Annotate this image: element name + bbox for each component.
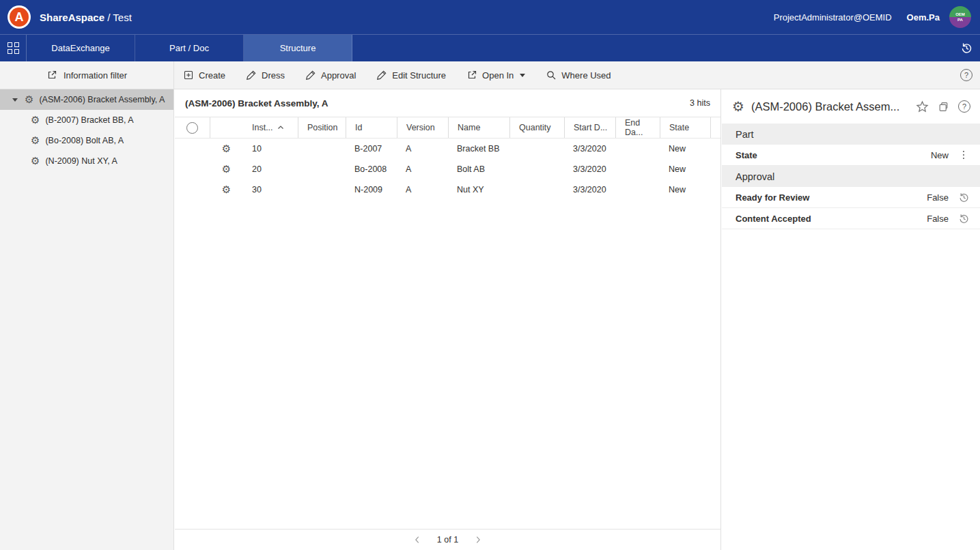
- breadcrumb-context: Test: [113, 12, 132, 23]
- part-gear-icon: ⚙: [25, 95, 33, 105]
- button-label: Edit Structure: [392, 70, 446, 81]
- dress-button[interactable]: Dress: [246, 70, 285, 81]
- column-header-quantity[interactable]: Quantity: [509, 117, 564, 138]
- tree-item-label: (B-2007) Bracket BB, A: [45, 115, 133, 125]
- expand-collapse-icon[interactable]: [12, 98, 18, 102]
- details-panel: ⚙ (ASM-2006) Bracket Assem... ? Part Sta…: [722, 89, 980, 550]
- open-in-button[interactable]: Open In: [466, 70, 525, 81]
- cell-state: New: [660, 139, 711, 159]
- tab-label: Structure: [280, 43, 316, 53]
- tree-item-asm-2006[interactable]: ⚙ (ASM-2006) Bracket Assembly, A: [0, 89, 173, 110]
- page-indicator: 1 of 1: [437, 535, 458, 545]
- brand-name: ShareAspace: [40, 12, 104, 23]
- property-row-state: State New: [722, 145, 980, 166]
- part-gear-icon: ⚙: [732, 100, 744, 113]
- logo-letter: A: [10, 8, 29, 27]
- property-row-ready-for-review: Ready for Review False: [722, 187, 980, 208]
- create-button[interactable]: Create: [183, 70, 225, 81]
- column-label: Position: [307, 123, 337, 132]
- vertical-dots-icon: [963, 151, 965, 160]
- column-header-end-date[interactable]: End Da...: [615, 117, 660, 138]
- tab-structure[interactable]: Structure: [244, 35, 352, 61]
- where-used-button[interactable]: Where Used: [546, 70, 611, 81]
- column-icon: [210, 117, 243, 138]
- select-all-radio[interactable]: [186, 122, 198, 134]
- copy-icon[interactable]: [938, 101, 949, 113]
- section-header-approval: Approval: [722, 166, 980, 187]
- cell-instance: 10: [243, 139, 298, 159]
- tab-part-doc[interactable]: Part / Doc: [135, 35, 244, 61]
- property-value: New: [931, 150, 949, 160]
- cell-version: A: [397, 159, 448, 179]
- search-icon: [546, 70, 557, 81]
- column-header-state[interactable]: State: [660, 117, 711, 138]
- property-value: False: [927, 214, 949, 224]
- part-gear-icon: ⚙: [31, 115, 40, 126]
- top-bar: A ShareAspace / Test ProjectAdministrato…: [0, 0, 980, 34]
- column-label: Quantity: [519, 123, 551, 132]
- property-value: False: [927, 192, 949, 203]
- open-filter-icon: [46, 70, 57, 81]
- cell-end-date: [615, 159, 660, 179]
- column-header-id[interactable]: Id: [346, 117, 397, 138]
- open-in-icon: [466, 70, 477, 81]
- tree-item-b-2007[interactable]: ⚙ (B-2007) Bracket BB, A: [0, 110, 173, 130]
- user-account-label: ProjectAdministrator@OEMID: [774, 12, 892, 23]
- breadcrumb[interactable]: ShareAspace / Test: [40, 12, 132, 23]
- cell-version: A: [397, 139, 448, 159]
- information-filter-button[interactable]: Information filter: [0, 61, 174, 89]
- history-refresh-button[interactable]: [960, 42, 973, 55]
- action-strip: Information filter Create Dress Approval…: [0, 61, 980, 89]
- table-body: ⚙ 10 B-2007 A Bracket BB 3/3/2020 New ⚙ …: [175, 139, 720, 529]
- approval-button[interactable]: Approval: [305, 70, 356, 81]
- cell-id: Bo-2008: [346, 159, 397, 179]
- column-header-version[interactable]: Version: [397, 117, 448, 138]
- column-label: Version: [406, 123, 435, 132]
- cell-position: [298, 179, 346, 200]
- cell-end-date: [615, 179, 660, 200]
- part-gear-icon: ⚙: [222, 144, 231, 154]
- table-title-bar: (ASM-2006) Bracket Assembly, A 3 hits: [175, 89, 720, 117]
- state-menu-button[interactable]: [955, 151, 972, 160]
- cell-id: N-2009: [346, 179, 397, 200]
- details-title: (ASM-2006) Bracket Assem...: [751, 100, 899, 113]
- cell-quantity: [509, 139, 564, 159]
- next-page-button[interactable]: [473, 535, 483, 545]
- tree-item-n-2009[interactable]: ⚙ (N-2009) Nut XY, A: [0, 151, 173, 171]
- details-help-button[interactable]: ?: [958, 100, 970, 113]
- column-label: Start D...: [574, 123, 607, 132]
- cell-instance: 30: [243, 179, 298, 200]
- cell-version: A: [397, 179, 448, 200]
- shareaspace-logo-icon: A: [8, 5, 31, 29]
- module-nav-bar: DataExchange Part / Doc Structure: [0, 34, 980, 61]
- table-header-row: Inst... Position Id Version Name Quantit…: [175, 117, 720, 139]
- history-button[interactable]: [955, 192, 972, 203]
- favorite-star-icon[interactable]: [916, 100, 929, 113]
- help-button[interactable]: ?: [960, 69, 972, 81]
- column-header-start-date[interactable]: Start D...: [564, 117, 615, 138]
- chevron-down-icon: [520, 74, 525, 77]
- apps-menu-button[interactable]: [0, 35, 27, 61]
- part-gear-icon: ⚙: [222, 185, 231, 195]
- tab-dataexchange[interactable]: DataExchange: [27, 35, 135, 61]
- table-row-n-2009[interactable]: ⚙ 30 N-2009 A Nut XY 3/3/2020 New: [175, 179, 720, 200]
- tree-item-label: (Bo-2008) Bolt AB, A: [45, 136, 124, 145]
- cell-instance: 20: [243, 159, 298, 179]
- pencil-icon: [305, 70, 316, 81]
- column-header-position[interactable]: Position: [298, 117, 346, 138]
- table-title: (ASM-2006) Bracket Assembly, A: [185, 98, 328, 108]
- table-row-b-2007[interactable]: ⚙ 10 B-2007 A Bracket BB 3/3/2020 New: [175, 139, 720, 159]
- pencil-icon: [376, 70, 387, 81]
- column-header-instance[interactable]: Inst...: [243, 117, 298, 138]
- cell-quantity: [509, 179, 564, 200]
- user-avatar[interactable]: OEM PA: [949, 6, 971, 28]
- column-header-name[interactable]: Name: [448, 117, 509, 138]
- edit-structure-button[interactable]: Edit Structure: [376, 70, 446, 81]
- button-label: Dress: [262, 70, 285, 81]
- tree-item-bo-2008[interactable]: ⚙ (Bo-2008) Bolt AB, A: [0, 130, 173, 151]
- previous-page-button[interactable]: [412, 535, 422, 545]
- table-row-bo-2008[interactable]: ⚙ 20 Bo-2008 A Bolt AB 3/3/2020 New: [175, 159, 720, 179]
- tab-label: Part / Doc: [169, 43, 209, 53]
- cell-id: B-2007: [346, 139, 397, 159]
- history-button[interactable]: [955, 213, 972, 225]
